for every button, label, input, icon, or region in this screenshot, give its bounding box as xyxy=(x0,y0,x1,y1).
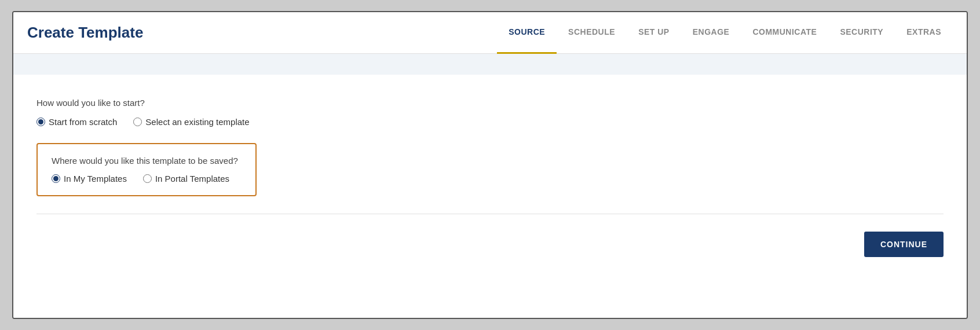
radio-scratch-label: Start from scratch xyxy=(49,117,117,127)
radio-my-templates-label: In My Templates xyxy=(64,174,127,184)
nav-tab-engage[interactable]: ENGAGE xyxy=(681,12,741,54)
radio-existing-label: Select an existing template xyxy=(145,117,249,127)
nav-tab-setup[interactable]: SET UP xyxy=(627,12,681,54)
page-title: Create Template xyxy=(27,24,143,42)
continue-button[interactable]: CONTINUE xyxy=(864,232,944,257)
divider xyxy=(36,214,944,214)
svg-marker-1 xyxy=(967,164,968,175)
radio-start-scratch[interactable]: Start from scratch xyxy=(36,117,117,127)
radio-my-templates-input[interactable] xyxy=(52,174,60,183)
nav-tab-communicate[interactable]: COMMUNICATE xyxy=(741,12,828,54)
radio-portal-templates[interactable]: In Portal Templates xyxy=(143,174,229,184)
nav-tab-schedule[interactable]: SCHEDULE xyxy=(557,12,627,54)
nav-tabs: SOURCESCHEDULESET UPENGAGECOMMUNICATESEC… xyxy=(497,12,953,54)
radio-my-templates[interactable]: In My Templates xyxy=(52,174,127,184)
save-question-label: Where would you like this template to be… xyxy=(52,156,242,166)
radio-portal-templates-input[interactable] xyxy=(143,174,152,183)
nav-tab-source[interactable]: SOURCE xyxy=(497,12,557,54)
nav-tab-security[interactable]: SECURITY xyxy=(828,12,895,54)
arrow-icon xyxy=(932,158,968,181)
start-question-label: How would you like to start? xyxy=(36,98,944,108)
footer-row: CONTINUE xyxy=(36,226,944,263)
nav-tab-extras[interactable]: EXTRAS xyxy=(895,12,953,54)
save-location-box: Where would you like this template to be… xyxy=(36,143,257,196)
save-row: Where would you like this template to be… xyxy=(36,143,944,196)
arrow-annotation xyxy=(932,158,968,181)
header: Create Template SOURCESCHEDULESET UPENGA… xyxy=(13,12,967,54)
radio-scratch-input[interactable] xyxy=(36,118,45,126)
radio-existing-template[interactable]: Select an existing template xyxy=(133,117,249,127)
radio-portal-templates-label: In Portal Templates xyxy=(155,174,229,184)
sub-header xyxy=(13,54,967,75)
save-radio-group: In My Templates In Portal Templates xyxy=(52,174,242,184)
start-radio-group: Start from scratch Select an existing te… xyxy=(36,117,944,127)
radio-existing-input[interactable] xyxy=(133,118,142,126)
content-area: How would you like to start? Start from … xyxy=(13,75,967,318)
main-window: Create Template SOURCESCHEDULESET UPENGA… xyxy=(12,11,968,319)
